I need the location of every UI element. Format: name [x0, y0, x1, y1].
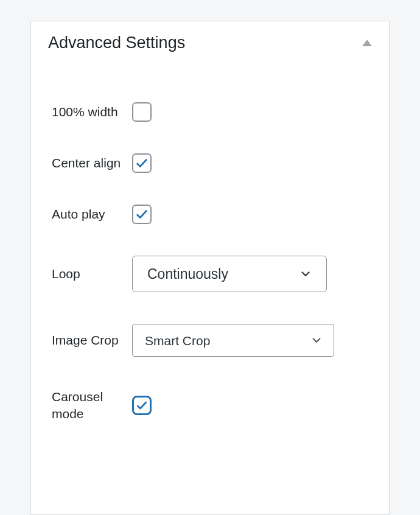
setting-row-image-crop: Image Crop Smart Crop: [52, 324, 372, 357]
label-carousel-mode: Carousel mode: [52, 388, 132, 423]
label-image-crop: Image Crop: [52, 332, 132, 349]
panel-title: Advanced Settings: [48, 33, 185, 52]
setting-row-auto-play: Auto play: [52, 205, 372, 224]
checkbox-center-align[interactable]: [132, 153, 152, 173]
check-icon: [135, 156, 149, 170]
label-center-align: Center align: [52, 155, 132, 172]
setting-row-carousel-mode: Carousel mode: [52, 388, 372, 423]
label-auto-play: Auto play: [52, 206, 132, 223]
check-icon: [136, 399, 148, 412]
check-icon: [135, 208, 149, 221]
label-full-width: 100% width: [52, 103, 132, 121]
advanced-settings-panel: Advanced Settings 100% width Center alig…: [30, 21, 390, 515]
setting-row-center-align: Center align: [52, 153, 372, 173]
collapse-up-icon: [362, 40, 372, 46]
checkbox-auto-play[interactable]: [132, 205, 152, 224]
panel-header[interactable]: Advanced Settings: [31, 21, 389, 75]
setting-row-loop: Loop Continuously: [52, 256, 372, 292]
checkbox-carousel-mode[interactable]: [132, 396, 152, 415]
panel-body: 100% width Center align Auto play Loop C…: [31, 102, 389, 441]
setting-row-full-width: 100% width: [52, 102, 372, 122]
select-image-crop[interactable]: Smart Crop: [132, 324, 334, 357]
checkbox-full-width[interactable]: [132, 102, 152, 122]
select-loop[interactable]: Continuously: [132, 256, 327, 292]
label-loop: Loop: [52, 265, 132, 282]
